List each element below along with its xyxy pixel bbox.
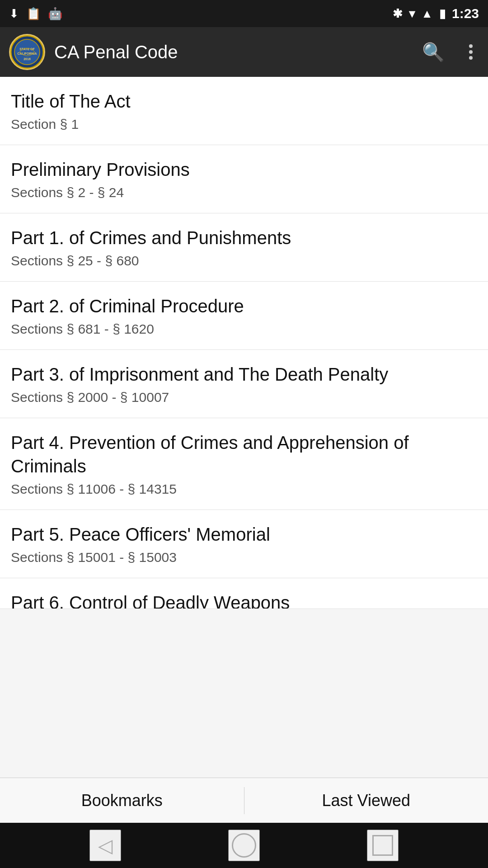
clock: 1:23 [452,6,479,21]
item-title: Title of The Act [11,90,477,113]
battery-icon: ▮ [439,7,446,21]
bottom-tab-bar: Bookmarks Last Viewed [0,778,488,823]
android-icon: 🤖 [48,7,62,21]
bookmarks-label: Bookmarks [81,791,163,810]
svg-text:2016: 2016 [23,57,31,61]
nav-bar: ◁ [0,823,488,868]
item-subtitle: Sections § 2000 - § 10007 [11,390,477,405]
item-subtitle: Sections § 2 - § 24 [11,185,477,200]
list-item[interactable]: Part 6. Control of Deadly Weapons [0,578,488,609]
home-icon [232,833,256,858]
last-viewed-tab[interactable]: Last Viewed [244,778,488,823]
search-icon: 🔍 [422,42,445,63]
content-list: Title of The Act Section § 1 Preliminary… [0,77,488,778]
item-title: Part 5. Peace Officers' Memorial [11,523,477,546]
item-title: Part 6. Control of Deadly Weapons [11,591,477,609]
list-item[interactable]: Part 2. of Criminal Procedure Sections §… [0,282,488,350]
status-bar-left: ⬇ 📋 🤖 [9,7,62,21]
wifi-icon: ▾ [409,7,415,21]
more-options-button[interactable] [463,38,479,66]
item-subtitle: Section § 1 [11,117,477,132]
svg-text:CALIFORNIA: CALIFORNIA [17,52,37,55]
app-logo: STATE OF CALIFORNIA 2016 [9,34,45,70]
list-item[interactable]: Part 5. Peace Officers' Memorial Section… [0,510,488,578]
home-button[interactable] [228,830,260,861]
item-subtitle: Sections § 25 - § 680 [11,253,477,269]
item-title: Part 1. of Crimes and Punishments [11,226,477,250]
bookmarks-tab[interactable]: Bookmarks [0,778,244,823]
item-subtitle: Sections § 11006 - § 14315 [11,481,477,497]
list-item[interactable]: Part 4. Prevention of Crimes and Apprehe… [0,418,488,510]
recents-icon [372,835,393,856]
app-title: CA Penal Code [54,42,408,62]
list-item[interactable]: Part 1. of Crimes and Punishments Sectio… [0,213,488,282]
list-item[interactable]: Preliminary Provisions Sections § 2 - § … [0,145,488,213]
last-viewed-label: Last Viewed [322,791,410,810]
app-bar-actions: 🔍 [418,37,479,67]
item-title: Preliminary Provisions [11,158,477,181]
clipboard-icon: 📋 [26,7,41,21]
app-bar: STATE OF CALIFORNIA 2016 CA Penal Code 🔍 [0,27,488,77]
signal-icon: ▲ [421,7,433,21]
status-bar: ⬇ 📋 🤖 ✱ ▾ ▲ ▮ 1:23 [0,0,488,27]
item-title: Part 4. Prevention of Crimes and Apprehe… [11,431,477,478]
list-item[interactable]: Title of The Act Section § 1 [0,77,488,145]
item-title: Part 2. of Criminal Procedure [11,294,477,318]
bluetooth-icon: ✱ [393,7,403,21]
list-item[interactable]: Part 3. of Imprisonment and The Death Pe… [0,350,488,418]
recents-button[interactable] [367,830,399,861]
item-title: Part 3. of Imprisonment and The Death Pe… [11,363,477,386]
download-icon: ⬇ [9,7,19,21]
more-icon [467,42,474,61]
item-subtitle: Sections § 15001 - § 15003 [11,550,477,565]
search-button[interactable]: 🔍 [418,37,449,67]
seal-svg: STATE OF CALIFORNIA 2016 [10,35,44,69]
status-bar-right: ✱ ▾ ▲ ▮ 1:23 [393,6,479,21]
item-subtitle: Sections § 681 - § 1620 [11,321,477,337]
back-button[interactable]: ◁ [89,830,121,861]
back-icon: ◁ [98,835,113,857]
